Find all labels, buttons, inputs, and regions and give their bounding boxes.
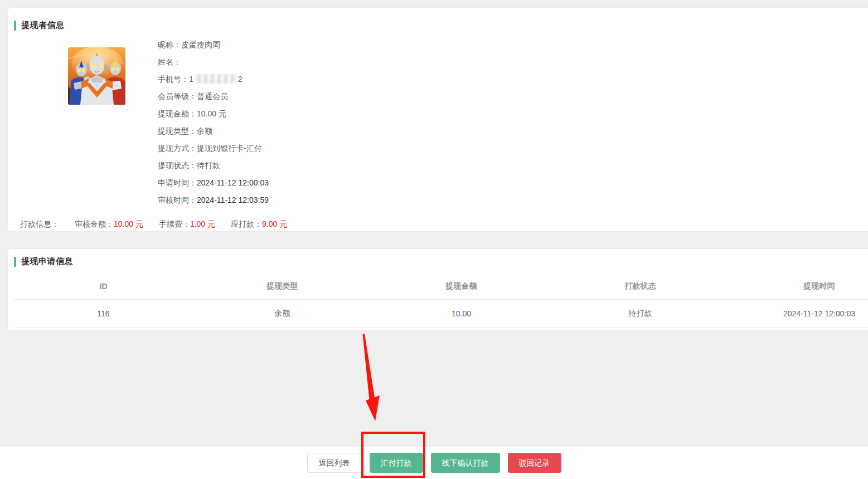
cell-withdraw-type: 余额 xyxy=(193,309,372,319)
field-withdraw-amount-value: 10.00 元 xyxy=(197,109,226,118)
application-section-header: 提现申请信息 xyxy=(14,249,868,267)
payment-fee-value: 1.00 元 xyxy=(190,219,215,228)
field-name: 姓名： xyxy=(158,53,269,71)
field-withdraw-status: 提现状态：待打款 xyxy=(158,157,269,174)
field-apply-time-label: 申请时间： xyxy=(158,178,197,187)
payment-info-label: 打款信息： xyxy=(20,218,59,229)
payment-payable-label: 应打款： xyxy=(231,219,262,228)
payment-fee: 手续费：1.00 元 xyxy=(159,218,215,229)
field-withdraw-type-value: 余额 xyxy=(197,126,212,135)
field-review-time-label: 审核时间： xyxy=(158,195,197,204)
payment-review-amount-value: 10.00 元 xyxy=(114,219,143,228)
section-accent-bar xyxy=(14,21,16,31)
withdrawer-section-title: 提现者信息 xyxy=(21,20,65,31)
field-phone: 手机号：12 xyxy=(158,71,269,88)
withdrawer-info-card: 提现者信息 xyxy=(8,8,868,231)
field-phone-suffix: 2 xyxy=(238,75,243,84)
huifu-payment-button[interactable]: 汇付打款 xyxy=(370,453,423,473)
ultraman-avatar-image xyxy=(68,47,125,105)
footer-action-bar: 返回列表 汇付打款 线下确认打款 驳回记录 xyxy=(0,447,868,479)
payment-review-amount-label: 审核金额： xyxy=(75,219,114,228)
reject-record-button[interactable]: 驳回记录 xyxy=(508,453,561,473)
table-header-withdraw-type: 提现类型 xyxy=(193,281,372,291)
phone-mosaic-blur xyxy=(194,74,236,84)
cell-withdraw-time: 2024-11-12 12:00:03 xyxy=(730,309,868,318)
field-member-level-value: 普通会员 xyxy=(197,92,228,101)
payment-info-row: 打款信息： 审核金额：10.00 元 手续费：1.00 元 应打款：9.00 元 xyxy=(20,218,287,229)
field-withdraw-status-value: 待打款 xyxy=(197,161,220,170)
back-to-list-button[interactable]: 返回列表 xyxy=(307,453,362,473)
field-phone-label: 手机号： xyxy=(158,75,189,84)
payment-payable-value: 9.00 元 xyxy=(262,219,287,228)
payment-review-amount: 审核金额：10.00 元 xyxy=(75,218,143,229)
red-arrow-annotation xyxy=(357,330,388,426)
field-nickname-label: 昵称： xyxy=(158,40,181,49)
cell-payment-status: 待打款 xyxy=(551,309,730,319)
field-withdraw-status-label: 提现状态： xyxy=(158,161,197,170)
application-section-title: 提现申请信息 xyxy=(21,256,73,267)
field-review-time: 审核时间：2024-11-12 12:03:59 xyxy=(158,192,269,209)
field-withdraw-type: 提现类型：余额 xyxy=(158,123,269,140)
payment-payable: 应打款：9.00 元 xyxy=(231,218,287,229)
cell-withdraw-amount: 10.00 xyxy=(372,309,551,318)
application-table: ID 提现类型 提现金额 打款状态 提现时间 116 余额 10.00 待打款 … xyxy=(14,273,868,328)
field-withdraw-method-value: 提现到银行卡-汇付 xyxy=(197,144,262,153)
field-withdraw-type-label: 提现类型： xyxy=(158,126,197,135)
table-header-payment-status: 打款状态 xyxy=(551,281,730,291)
table-header-id: ID xyxy=(14,282,193,291)
field-withdraw-amount-label: 提现金额： xyxy=(158,109,197,118)
user-avatar xyxy=(68,47,125,105)
table-header-withdraw-amount: 提现金额 xyxy=(372,281,551,291)
field-apply-time-value: 2024-11-12 12:00:03 xyxy=(197,178,269,187)
field-withdraw-method: 提现方式：提现到银行卡-汇付 xyxy=(158,140,269,157)
table-header-withdraw-time: 提现时间 xyxy=(730,281,868,291)
withdrawer-fields: 昵称：皮蛋瘦肉周 姓名： 手机号：12 会员等级：普通会员 提现金额：10.00… xyxy=(158,36,269,209)
cell-id: 116 xyxy=(14,309,193,318)
table-header-row: ID 提现类型 提现金额 打款状态 提现时间 xyxy=(14,273,868,300)
field-apply-time: 申请时间：2024-11-12 12:00:03 xyxy=(158,174,269,192)
withdrawer-section-header: 提现者信息 xyxy=(14,8,868,31)
table-row: 116 余额 10.00 待打款 2024-11-12 12:00:03 xyxy=(14,300,868,328)
field-member-level: 会员等级：普通会员 xyxy=(158,88,269,105)
field-name-label: 姓名： xyxy=(158,57,181,66)
field-nickname: 昵称：皮蛋瘦肉周 xyxy=(158,36,269,53)
field-member-level-label: 会员等级： xyxy=(158,92,197,101)
field-withdraw-method-label: 提现方式： xyxy=(158,144,197,153)
field-nickname-value: 皮蛋瘦肉周 xyxy=(181,40,220,49)
offline-confirm-payment-button[interactable]: 线下确认打款 xyxy=(431,453,500,473)
field-phone-prefix: 1 xyxy=(189,75,193,84)
withdrawal-application-card: 提现申请信息 ID 提现类型 提现金额 打款状态 提现时间 116 余额 10.… xyxy=(8,249,868,330)
field-withdraw-amount: 提现金额：10.00 元 xyxy=(158,105,269,123)
field-review-time-value: 2024-11-12 12:03:59 xyxy=(197,195,269,204)
section-accent-bar xyxy=(14,257,16,267)
payment-fee-label: 手续费： xyxy=(159,219,190,228)
